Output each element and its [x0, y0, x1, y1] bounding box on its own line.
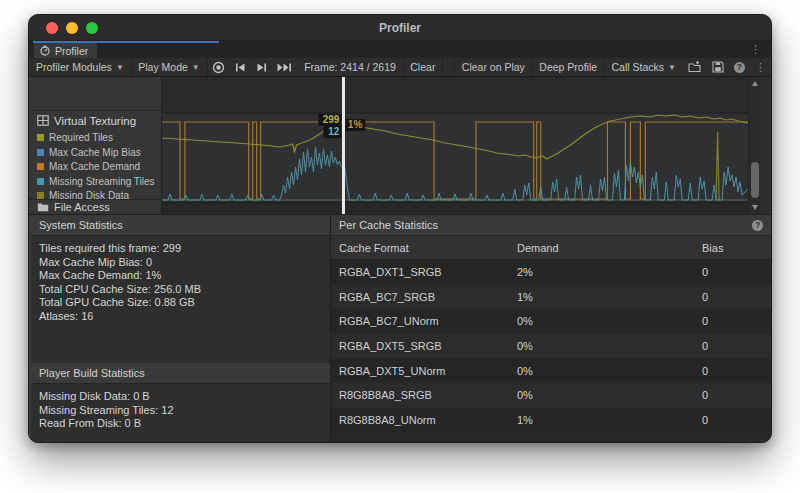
frame-playhead[interactable] — [342, 77, 345, 214]
frame-counter-label: Frame: 2414 / 2619 — [304, 61, 396, 73]
clear-on-play-label: Clear on Play — [462, 61, 525, 73]
profiler-modules-label: Profiler Modules — [36, 61, 112, 73]
next-frame-button[interactable] — [251, 58, 272, 76]
module-side-panel: Virtual Texturing Required Tiles Max Cac… — [29, 77, 162, 214]
table-row[interactable]: RGBA_DXT5_UNorm 0% 0 — [331, 358, 771, 383]
maximize-window-button[interactable] — [86, 22, 98, 34]
legend-label: Required Tiles — [49, 132, 113, 143]
legend-color-chip — [37, 192, 44, 199]
profiler-tab-icon — [40, 45, 51, 56]
per-cache-statistics-header: Per Cache Statistics ? — [331, 215, 771, 236]
frame-counter: Frame: 2414 / 2619 — [297, 58, 403, 76]
cell-demand: 1% — [517, 414, 702, 426]
column-header-bias[interactable]: Bias — [702, 242, 771, 254]
chevron-down-icon: ▼ — [668, 63, 676, 72]
clear-button[interactable]: Clear — [403, 58, 442, 76]
system-statistics-header: System Statistics — [31, 215, 330, 236]
virtual-texturing-title: Virtual Texturing — [54, 115, 136, 127]
table-row[interactable]: R8G8B8A8_UNorm 1% 0 — [331, 408, 771, 433]
cell-cache-format: RGBA_BC7_UNorm — [331, 315, 517, 327]
cell-bias: 0 — [702, 315, 771, 327]
help-button[interactable]: ? — [729, 58, 750, 76]
title-bar[interactable]: Profiler — [29, 15, 771, 41]
current-frame-button[interactable] — [272, 58, 297, 76]
scroll-up-arrow-icon[interactable] — [752, 81, 758, 86]
marker-max-cache-demand-badge: 1% — [345, 119, 365, 131]
cell-cache-format: RGBA_BC7_SRGB — [331, 291, 517, 303]
cell-bias: 0 — [702, 266, 771, 278]
call-stacks-dropdown[interactable]: Call Stacks ▼ — [605, 58, 683, 76]
stat-line: Missing Streaming Tiles: 12 — [39, 404, 322, 418]
system-statistics-title: System Statistics — [39, 219, 123, 231]
chevron-down-icon: ▼ — [116, 63, 124, 72]
legend-color-chip — [37, 149, 44, 156]
table-row[interactable]: RGBA_DXT1_SRGB 2% 0 — [331, 260, 771, 285]
previous-frame-button[interactable] — [230, 58, 251, 76]
chart-upper-gutter — [162, 77, 748, 113]
table-row[interactable]: RGBA_BC7_UNorm 0% 0 — [331, 309, 771, 334]
legend-color-chip — [37, 163, 44, 170]
scroll-down-arrow-icon[interactable] — [752, 205, 758, 210]
chevron-down-icon: ▼ — [192, 63, 200, 72]
file-access-folder-icon — [37, 202, 49, 212]
legend-item[interactable]: Max Cache Mip Bias — [37, 147, 155, 158]
table-row[interactable]: RGBA_DXT5_SRGB 0% 0 — [331, 334, 771, 359]
tab-bar: Profiler ⋮ — [29, 41, 771, 58]
load-profile-button[interactable] — [683, 58, 707, 76]
legend-color-chip — [37, 178, 44, 185]
focused-dock-accent — [33, 41, 219, 43]
help-icon[interactable]: ? — [752, 220, 763, 231]
player-build-statistics-header: Player Build Statistics — [31, 363, 330, 384]
stat-line: Total GPU Cache Size: 0.88 GB — [39, 296, 322, 310]
help-icon: ? — [734, 62, 745, 73]
svg-text:299: 299 — [323, 114, 340, 125]
stat-line: Atlases: 16 — [39, 310, 322, 324]
chart-canvas[interactable]: 299 12 1% — [162, 77, 748, 214]
module-file-access[interactable]: File Access — [29, 199, 161, 214]
module-details-pane: System Statistics Tiles required this fr… — [29, 214, 771, 442]
legend-item[interactable]: Required Tiles — [37, 132, 155, 143]
next-frame-icon — [256, 63, 267, 72]
legend-item[interactable]: Max Cache Demand — [37, 161, 155, 172]
tab-profiler[interactable]: Profiler — [34, 43, 97, 58]
profiler-modules-dropdown[interactable]: Profiler Modules ▼ — [29, 58, 131, 76]
tab-profiler-label: Profiler — [55, 45, 88, 57]
svg-text:12: 12 — [328, 126, 340, 137]
minimize-window-button[interactable] — [66, 22, 78, 34]
cell-bias: 0 — [702, 414, 771, 426]
record-icon — [212, 61, 225, 74]
stat-line: Max Cache Demand: 1% — [39, 269, 322, 283]
marker-required-tiles-badge: 299 — [318, 114, 341, 126]
window-edge-strip — [760, 77, 771, 214]
column-header-demand[interactable]: Demand — [517, 242, 702, 254]
close-window-button[interactable] — [46, 22, 58, 34]
per-cache-statistics-title: Per Cache Statistics — [339, 219, 438, 231]
legend-item[interactable]: Missing Streaming Tiles — [37, 176, 155, 187]
chart-plot-background — [162, 113, 748, 202]
virtual-texturing-icon — [37, 115, 49, 126]
dock-menu-icon[interactable]: ⋮ — [750, 43, 761, 56]
play-mode-dropdown[interactable]: Play Mode ▼ — [131, 58, 207, 76]
legend-label: Max Cache Mip Bias — [49, 147, 141, 158]
cell-demand: 0% — [517, 389, 702, 401]
column-header-cache-format[interactable]: Cache Format — [331, 242, 517, 254]
clear-on-play-toggle[interactable]: Clear on Play — [455, 58, 532, 76]
marker-missing-streaming-tiles-badge: 12 — [323, 126, 341, 138]
toolbar-menu-button[interactable]: ⋮ — [750, 58, 771, 76]
virtual-texturing-chart[interactable]: 299 12 1% — [162, 77, 748, 214]
statistics-panel: System Statistics Tiles required this fr… — [29, 215, 331, 442]
scrollbar-thumb[interactable] — [751, 162, 759, 198]
profiler-window: Profiler Profiler ⋮ Profiler Modules ▼ P… — [28, 14, 772, 443]
cell-demand: 0% — [517, 340, 702, 352]
table-row[interactable]: R8G8B8A8_SRGB 0% 0 — [331, 383, 771, 408]
kebab-menu-icon: ⋮ — [755, 61, 766, 74]
cell-cache-format: RGBA_DXT5_SRGB — [331, 340, 517, 352]
save-floppy-icon — [712, 61, 724, 73]
record-button[interactable] — [207, 58, 230, 76]
table-row[interactable]: RGBA_BC7_SRGB 1% 0 — [331, 285, 771, 310]
save-profile-button[interactable] — [707, 58, 729, 76]
module-virtual-texturing[interactable]: Virtual Texturing — [29, 110, 161, 130]
file-access-title: File Access — [54, 201, 110, 213]
deep-profile-toggle[interactable]: Deep Profile — [532, 58, 604, 76]
chart-vertical-scrollbar[interactable] — [748, 77, 760, 214]
